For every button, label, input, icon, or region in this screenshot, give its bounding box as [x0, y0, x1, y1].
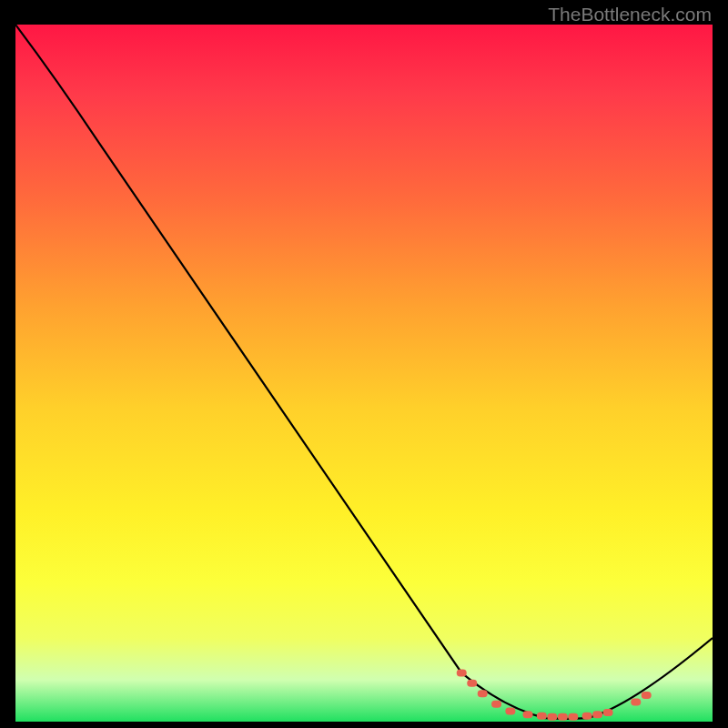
marker-dot [478, 690, 488, 697]
chart-plot-area [15, 25, 713, 722]
marker-dot [505, 708, 515, 715]
marker-dot [491, 701, 501, 708]
watermark-text: TheBottleneck.com [548, 4, 712, 25]
marker-dot [523, 711, 533, 718]
marker-dot [568, 713, 578, 721]
marker-dot [467, 680, 477, 687]
marker-dot [537, 713, 547, 720]
marker-dot [603, 709, 613, 716]
marker-dot [631, 699, 641, 706]
marker-dot [582, 713, 592, 720]
curve-line [15, 25, 713, 719]
marker-dot [547, 713, 557, 721]
curve-markers [457, 669, 652, 720]
marker-dot [642, 692, 652, 699]
marker-dot [592, 711, 602, 718]
marker-dot [558, 713, 568, 721]
chart-svg [15, 25, 713, 722]
marker-dot [457, 669, 467, 676]
